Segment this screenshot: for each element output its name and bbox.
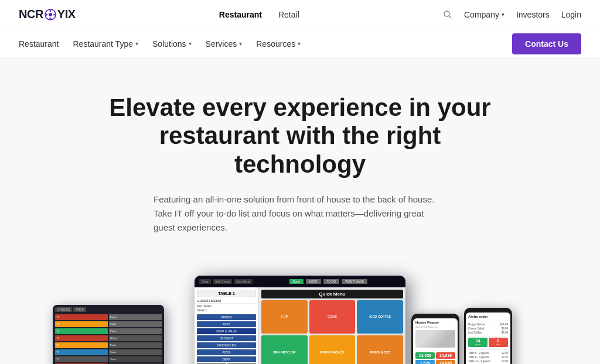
chevron-down-icon: ▾ <box>189 40 192 47</box>
investors-link[interactable]: Investors <box>516 10 550 19</box>
top-navigation: NCR YIX Restaurant Retail Company ▾ Inve… <box>0 0 600 29</box>
chevron-down-icon: ▾ <box>239 40 242 47</box>
pos-cat-pizza[interactable]: PIZZA <box>197 349 256 355</box>
monitor-status-todo: TO DO <box>323 279 340 284</box>
quick-menu-header: Quick Menu <box>261 290 403 298</box>
monitor-controls: Clear Split Check Spot Send <box>199 279 253 284</box>
nav-resources-label: Resources <box>256 39 295 49</box>
order-time: 12:30 <box>502 352 508 355</box>
expo-cell: T3 <box>55 328 108 334</box>
search-button[interactable] <box>443 10 452 19</box>
phone-divider <box>415 351 455 351</box>
svg-point-2 <box>49 10 51 12</box>
pos-monitor: Clear Split Check Spot Send Done HERE TO… <box>195 276 405 364</box>
svg-point-5 <box>53 13 55 15</box>
expo-cell: T4 <box>55 335 108 341</box>
hero-subtitle: Featuring an all-in-one solution from fr… <box>154 193 446 235</box>
nav-restaurant-type[interactable]: Restaurant Type ▾ <box>73 39 138 49</box>
pos-right-panel: Quick Menu 7 UP COKE ICED COFFEE SPN ART… <box>259 287 405 364</box>
monitor-status-done: Done <box>289 279 304 284</box>
menu-item-pork-nachos[interactable]: PORK NACHOS <box>309 335 356 364</box>
expo-cell: Steak <box>109 349 162 355</box>
svg-point-6 <box>444 11 449 16</box>
expo-cell: Wings <box>109 335 162 341</box>
nav-restaurant-label: Restaurant <box>19 39 59 49</box>
top-nav-retail[interactable]: Retail <box>278 10 299 19</box>
phone-stat-num: 14,045 <box>437 361 454 364</box>
expo-cell: Salad <box>109 321 162 327</box>
hero-content: Elevate every experience in your restaur… <box>0 94 600 235</box>
chevron-down-icon: ▾ <box>135 40 138 47</box>
company-label: Company <box>464 10 499 19</box>
pos-cat-soup[interactable]: SOUP & SALAD <box>197 328 256 334</box>
phone-stat: 13,638 <box>415 352 435 359</box>
phone-notch <box>429 314 441 316</box>
phone-screen-right: Aloha order Burger Deluxe $14.99 Caesar … <box>466 313 510 364</box>
menu-item-iced-coffee[interactable]: ICED COFFEE <box>357 300 403 334</box>
phone-list-item: Table 5 - 2 guests 12:30 <box>468 351 508 355</box>
pos-category-list: DRINKS APPS SOUP & SALAD DESSERT SANDWIC… <box>197 314 256 362</box>
order-price: $14.99 <box>500 323 508 326</box>
pos-cat-drinks[interactable]: DRINKS <box>197 314 256 320</box>
phone-food-image <box>415 330 455 348</box>
pos-cat-dessert[interactable]: DESSERT <box>197 335 256 341</box>
monitor-status-here: HERE <box>306 279 321 284</box>
phone-stat-num: 13,638 <box>417 353 434 358</box>
monitor-status-wont: WON'T MAKE <box>342 279 367 284</box>
brand-logo[interactable]: NCR YIX <box>19 8 76 21</box>
svg-point-4 <box>46 13 47 15</box>
menu-item-artichoke-dip[interactable]: SPN ARTC DIP <box>261 335 308 364</box>
phone-notch <box>482 308 494 310</box>
voyix-logo-icon <box>44 8 57 21</box>
order-name: Iced Coffee <box>468 331 482 334</box>
phone-right-title: Aloha order <box>468 315 508 318</box>
menu-item-fried-mozz[interactable]: FRIED MOZZ <box>357 335 403 364</box>
pos-cat-sandwiches[interactable]: SANDWICHES <box>197 342 256 348</box>
expo-cell: T1 <box>55 314 108 320</box>
menu-item-coke[interactable]: COKE <box>309 300 356 334</box>
phone-list-item: Iced Coffee $4.50 <box>468 331 508 335</box>
phone-stat-label: open <box>469 343 486 346</box>
pos-left-panel: TABLE 1 LUNCH MENU For Table Seat 1 DRIN… <box>195 287 259 364</box>
phone-stats-row2: 1,529 14,045 <box>415 360 455 364</box>
device-mockups: ORDERS PREP T1Burger T2Salad T3Pizza T4W… <box>0 258 600 364</box>
top-nav-right: Company ▾ Investors Login <box>443 10 581 19</box>
monitor-btn-send: Spot Send <box>234 279 252 284</box>
expo-screen: ORDERS PREP T1Burger T2Salad T3Pizza T4W… <box>53 305 164 364</box>
svg-point-3 <box>49 18 51 19</box>
pos-section-label: LUNCH MENU <box>197 298 256 304</box>
menu-item-7up[interactable]: 7 UP <box>261 300 308 334</box>
nav-services-label: Services <box>206 39 237 49</box>
phone-stat-num: 15,638 <box>437 353 454 358</box>
nav-solutions[interactable]: Solutions ▾ <box>152 39 192 49</box>
phone-screen-left: Honey Pepper Sierra Park Authentic... 13… <box>413 318 458 364</box>
hero-section: Elevate every experience in your restaur… <box>0 59 600 364</box>
expo-cell: Tacos <box>109 356 162 362</box>
phone-divider <box>468 321 508 321</box>
search-icon <box>443 10 452 19</box>
phone-list-item: Burger Deluxe $14.99 <box>468 322 508 327</box>
phone-subtitle: Sierra Park Authentic... <box>415 325 455 328</box>
pos-menu-grid: 7 UP COKE ICED COFFEE SPN ARTC DIP PORK … <box>261 300 403 364</box>
login-link[interactable]: Login <box>561 10 581 19</box>
pos-seat: Seat 1 <box>197 308 256 312</box>
phone-list-item: Caesar Salad $9.99 <box>468 327 508 331</box>
svg-line-7 <box>449 16 451 18</box>
phone-stat-num: 1,529 <box>417 361 434 364</box>
pos-cat-apps[interactable]: APPS <box>197 321 256 327</box>
nav-services[interactable]: Services ▾ <box>206 39 243 49</box>
phone-right: Aloha order Burger Deluxe $14.99 Caesar … <box>464 308 512 364</box>
expo-cell: Pizza <box>109 328 162 334</box>
phone-stat-num: 8 <box>490 339 507 343</box>
expo-cell: T5 <box>55 342 108 348</box>
nav-resources[interactable]: Resources ▾ <box>256 39 301 49</box>
company-dropdown[interactable]: Company ▾ <box>464 10 504 19</box>
nav-restaurant[interactable]: Restaurant <box>19 39 59 49</box>
contact-us-button[interactable]: Contact Us <box>512 33 581 54</box>
top-nav-restaurant[interactable]: Restaurant <box>219 10 262 19</box>
pos-cat-beer[interactable]: BEER <box>197 356 256 362</box>
phone-stat: 14,045 <box>436 360 455 364</box>
expo-cell: T6 <box>55 349 108 355</box>
expo-display: ORDERS PREP T1Burger T2Salad T3Pizza T4W… <box>53 305 164 364</box>
monitor-screen: TABLE 1 LUNCH MENU For Table Seat 1 DRIN… <box>195 287 405 364</box>
